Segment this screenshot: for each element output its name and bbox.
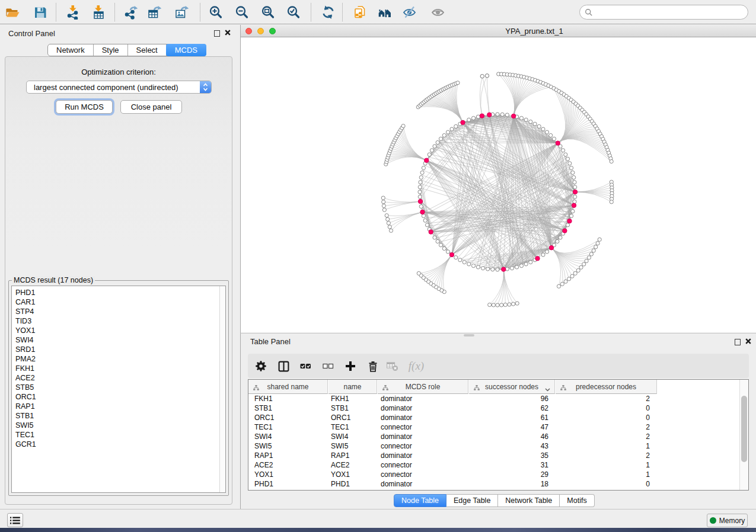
tree-icon	[382, 384, 388, 392]
tree-icon	[560, 384, 566, 392]
network-view-titlebar[interactable]: YPA_prune.txt_1	[241, 25, 756, 37]
table-row-ORC1[interactable]: ORC1ORC1dominator610	[248, 413, 739, 422]
mcds-result-item[interactable]: PMA2	[15, 354, 36, 364]
columns-icon[interactable]	[277, 360, 290, 373]
mcds-result-item[interactable]: ACE2	[15, 373, 36, 383]
table-row-PHD1[interactable]: PHD1PHD1dominator180	[248, 479, 739, 489]
select-stepper-icon	[200, 81, 211, 93]
zoom-out-icon[interactable]	[234, 4, 250, 20]
mcds-result-item[interactable]: STB5	[15, 383, 36, 392]
mcds-result-scrollbar[interactable]	[219, 286, 225, 492]
control-panel-tab-network[interactable]: Network	[48, 44, 94, 56]
zoom-in-icon[interactable]	[208, 4, 224, 20]
mcds-result-item[interactable]: ORC1	[15, 392, 36, 402]
network-view-frame: YPA_prune.txt_1	[240, 25, 756, 333]
table-panel-grip[interactable]	[464, 334, 474, 336]
table-tab-node-table[interactable]: Node Table	[394, 494, 446, 507]
table-row-TEC1[interactable]: TEC1TEC1connector472	[248, 422, 739, 432]
deselect-all-icon[interactable]	[321, 360, 334, 373]
zoom-fit-icon[interactable]	[260, 4, 276, 20]
mcds-result-item[interactable]: CAR1	[15, 297, 36, 307]
table-row-ACE2[interactable]: ACE2ACE2connector311	[248, 460, 739, 470]
table-scrollbar-thumb[interactable]	[741, 396, 747, 462]
mcds-result-item[interactable]: SRD1	[15, 345, 36, 354]
search-icon	[585, 8, 593, 17]
import-table-icon[interactable]	[90, 4, 106, 20]
column-header-name[interactable]: name	[328, 380, 377, 394]
memory-status-icon	[710, 517, 716, 524]
column-header-predecessor-nodes[interactable]: predecessor nodes	[556, 380, 657, 394]
mcds-result-item[interactable]: FKH1	[15, 364, 36, 373]
column-header-successor-nodes[interactable]: successor nodes	[469, 380, 555, 394]
control-panel-float-icon[interactable]	[214, 30, 220, 37]
network-canvas[interactable]	[241, 37, 756, 332]
zoom-selected-icon[interactable]	[285, 4, 301, 20]
mcds-result-item[interactable]: STP4	[15, 307, 36, 316]
memory-button[interactable]: Memory	[707, 514, 748, 527]
control-panel-tab-select[interactable]: Select	[128, 44, 167, 56]
mcds-result-item[interactable]: YOX1	[15, 326, 36, 335]
table-tabs: Node TableEdge TableNetwork TableMotifs	[394, 494, 595, 507]
export-table-icon[interactable]	[146, 4, 162, 20]
select-all-icon[interactable]	[299, 360, 312, 373]
open-session-icon[interactable]	[4, 4, 20, 20]
table-row-SWI5[interactable]: SWI5SWI5connector431	[248, 441, 739, 451]
control-panel-tab-style[interactable]: Style	[94, 44, 128, 56]
export-network-icon[interactable]	[123, 4, 139, 20]
node-table: shared namenameMCDS rolesuccessor nodesp…	[248, 379, 749, 491]
control-panel-close-icon[interactable]	[225, 28, 231, 37]
table-tab-network-table[interactable]: Network Table	[498, 494, 560, 507]
memory-label: Memory	[719, 517, 745, 525]
refresh-layout-icon[interactable]	[320, 4, 336, 20]
network-leaf-nodes[interactable]	[381, 72, 614, 307]
close-panel-button[interactable]: Close panel	[120, 100, 182, 114]
toolbar-divider	[114, 3, 115, 21]
mcds-result-item[interactable]: RAP1	[15, 402, 36, 411]
table-tab-motifs[interactable]: Motifs	[560, 494, 594, 507]
mcds-result-list[interactable]: PHD1CAR1STP4TID3YOX1SWI4SRD1PMA2FKH1ACE2…	[11, 286, 226, 493]
mcds-result-item[interactable]: TEC1	[15, 430, 36, 440]
status-bar: Memory	[0, 509, 756, 528]
control-panel-tab-mcds[interactable]: MCDS	[166, 44, 206, 56]
mcds-result-item[interactable]: GCR1	[15, 440, 36, 449]
column-header-shared-name[interactable]: shared name	[248, 380, 328, 394]
mcds-result-item[interactable]: STB1	[15, 411, 36, 421]
table-scrollbar[interactable]	[739, 380, 748, 490]
table-row-SWI4[interactable]: SWI4SWI4dominator462	[248, 432, 739, 441]
import-network-icon[interactable]	[65, 4, 81, 20]
table-panel-close-icon[interactable]	[745, 337, 751, 346]
network-view-title: YPA_prune.txt_1	[241, 27, 756, 36]
main-toolbar	[0, 0, 756, 24]
hide-details-icon[interactable]	[401, 4, 417, 20]
tree-icon	[474, 384, 480, 392]
run-mcds-button[interactable]: Run MCDS	[56, 100, 113, 114]
mcds-result-item[interactable]: TID3	[15, 316, 36, 326]
overview-icon[interactable]	[377, 4, 393, 20]
mcds-result-item[interactable]: SWI5	[15, 421, 36, 430]
cytoscape-window: Control Panel NetworkStyleSelectMCDS Opt…	[0, 0, 756, 528]
add-icon[interactable]	[344, 360, 357, 373]
optimization-criterion-select[interactable]: largest connected component (undirected)	[26, 81, 212, 94]
delete-icon[interactable]	[366, 360, 379, 373]
column-header-MCDS-role[interactable]: MCDS role	[378, 380, 468, 394]
tree-icon	[253, 384, 259, 392]
task-history-button[interactable]	[7, 513, 23, 527]
mcds-result-item[interactable]: SWI4	[15, 335, 36, 345]
table-row-RAP1[interactable]: RAP1RAP1dominator352	[248, 451, 739, 460]
export-image-icon[interactable]	[174, 4, 190, 20]
table-row-YOX1[interactable]: YOX1YOX1connector291	[248, 470, 739, 479]
show-details-icon[interactable]	[430, 4, 446, 20]
search-input[interactable]	[579, 5, 748, 20]
table-tab-edge-table[interactable]: Edge Table	[446, 494, 498, 507]
mcds-result-item[interactable]: PHD1	[15, 288, 36, 297]
optimization-criterion-value: largest connected component (undirected)	[34, 83, 178, 92]
gear-icon[interactable]	[254, 360, 267, 373]
table-row-FKH1[interactable]: FKH1FKH1dominator962	[248, 394, 739, 403]
table-toolbar: f(x)	[248, 354, 749, 378]
table-panel-float-icon[interactable]	[735, 339, 741, 345]
table-row-STB1[interactable]: STB1STB1dominator620	[248, 403, 739, 413]
save-session-icon[interactable]	[32, 4, 48, 20]
share-document-icon[interactable]	[352, 4, 368, 20]
control-panel-title: Control Panel	[8, 29, 55, 38]
delete-table-icon	[386, 360, 399, 373]
